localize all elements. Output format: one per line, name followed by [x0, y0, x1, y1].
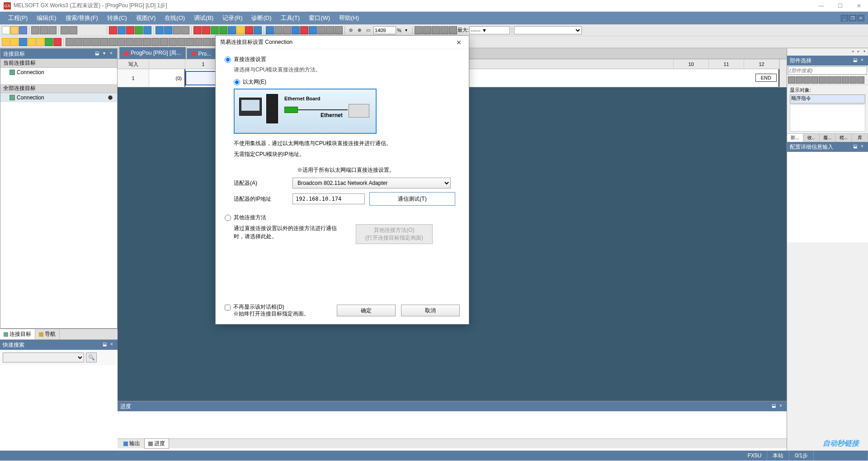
tab-connection[interactable]: 连接目标 — [0, 329, 35, 339]
tool-icon[interactable] — [292, 26, 300, 34]
quick-search-combo[interactable] — [3, 353, 84, 362]
paste-icon[interactable] — [48, 26, 57, 34]
tool-icon[interactable] — [266, 26, 274, 34]
menu-record[interactable]: 记录(R) — [218, 12, 247, 24]
tool-icon[interactable] — [126, 26, 134, 34]
menu-project[interactable]: 工程(P) — [4, 12, 32, 24]
tool-icon[interactable] — [173, 26, 181, 34]
ladder-tool-icon[interactable] — [36, 38, 44, 46]
tool-icon[interactable] — [335, 26, 343, 34]
new-icon[interactable] — [2, 26, 10, 34]
tool-icon[interactable] — [274, 26, 283, 34]
ladder-tool-icon[interactable] — [160, 38, 168, 46]
menu-search[interactable]: 搜索/替换(F) — [61, 12, 103, 24]
dialog-close-button[interactable]: ✕ — [453, 37, 464, 48]
parts-tool-icon[interactable] — [803, 76, 811, 84]
ok-button[interactable]: 确定 — [337, 305, 396, 316]
minimize-button[interactable]: — — [816, 3, 826, 9]
tool-icon[interactable] — [219, 26, 227, 34]
tool-icon[interactable] — [135, 26, 143, 34]
ladder-tool-icon[interactable] — [83, 38, 91, 46]
panel-pin-icon[interactable]: ⬓ — [101, 342, 108, 348]
parts-tool-icon[interactable] — [788, 76, 795, 84]
ladder-tool-icon[interactable] — [126, 38, 134, 46]
menu-help[interactable]: 帮助(H) — [335, 12, 363, 24]
maximize-button[interactable]: ☐ — [835, 3, 845, 9]
tool-icon[interactable] — [236, 26, 245, 34]
tool-icon[interactable] — [254, 26, 262, 34]
tool-icon[interactable] — [300, 26, 308, 34]
tab-progress[interactable]: 进度 — [144, 438, 169, 449]
menu-window[interactable]: 窗口(W) — [304, 12, 335, 24]
parts-tab-3[interactable]: 模... — [835, 134, 852, 142]
cut-icon[interactable] — [31, 26, 39, 34]
panel-pin-icon[interactable]: ⬓ — [852, 57, 858, 64]
quick-search-button[interactable]: 🔍 — [86, 353, 97, 362]
other-radio-input[interactable] — [225, 215, 231, 221]
parts-tool-icon[interactable] — [826, 76, 834, 84]
dont-show-checkbox[interactable] — [225, 305, 231, 310]
tool-icon[interactable] — [283, 26, 291, 34]
parts-tool-icon[interactable] — [834, 76, 841, 84]
tool-icon[interactable] — [202, 26, 210, 34]
parts-tool-icon[interactable] — [849, 76, 857, 84]
menu-tools[interactable]: 工具(T) — [276, 12, 305, 24]
menu-online[interactable]: 在线(O) — [160, 12, 189, 24]
ladder-tool-icon[interactable] — [117, 38, 125, 46]
tool-icon[interactable] — [245, 26, 253, 34]
toolbar-combo[interactable] — [514, 26, 582, 34]
tab-output[interactable]: 输出 — [119, 438, 144, 449]
undo-icon[interactable] — [61, 26, 69, 34]
direct-radio-input[interactable] — [225, 56, 231, 63]
mdi-restore-button[interactable]: ❐ — [849, 15, 856, 21]
panel-pin-icon[interactable]: ⬓ — [852, 144, 858, 150]
panel-close-icon[interactable]: × — [859, 57, 865, 64]
panel-close-icon[interactable]: × — [108, 51, 114, 57]
nav-prev-icon[interactable]: ◂ — [850, 49, 855, 55]
ethernet-radio[interactable]: 以太网(E) — [234, 78, 460, 86]
doc-tab-progpou[interactable]: ProgPou [PRG] [局... — [119, 47, 186, 59]
menu-convert[interactable]: 转换(C) — [103, 12, 132, 24]
ladder-tool-icon[interactable] — [74, 38, 82, 46]
parts-tool-icon[interactable] — [819, 76, 826, 84]
ladder-tool-icon[interactable] — [19, 38, 27, 46]
mdi-minimize-button[interactable]: _ — [841, 15, 848, 21]
panel-pin-icon[interactable]: ⬓ — [94, 51, 100, 57]
scrollbar[interactable] — [779, 59, 787, 87]
ladder-tool-icon[interactable] — [91, 38, 99, 46]
tool-icon[interactable] — [164, 26, 172, 34]
current-connection-item[interactable]: Connection — [0, 68, 117, 77]
parts-tab-2[interactable]: 履... — [820, 134, 836, 142]
other-method-radio[interactable]: 其他连接方法 — [225, 214, 460, 221]
tool-icon[interactable] — [326, 26, 334, 34]
ladder-tool-icon[interactable] — [108, 38, 117, 46]
tool-icon[interactable] — [211, 26, 219, 34]
menu-diagnose[interactable]: 诊断(D) — [247, 12, 276, 24]
menu-debug[interactable]: 调试(B) — [189, 12, 218, 24]
zoom-input[interactable] — [373, 26, 396, 34]
parts-search-input[interactable] — [788, 66, 867, 75]
mdi-close-button[interactable]: × — [857, 15, 864, 21]
tool-icon[interactable] — [143, 26, 151, 34]
zoom-out-icon[interactable]: ⊖ — [347, 26, 355, 34]
ip-input[interactable] — [292, 193, 365, 204]
ladder-tool-icon[interactable] — [53, 38, 61, 46]
parts-tab-1[interactable]: 收.. — [803, 134, 820, 142]
tool-icon[interactable] — [317, 26, 326, 34]
ladder-tool-icon[interactable] — [203, 38, 211, 46]
zoom-dropdown-icon[interactable]: ▾ — [402, 26, 410, 34]
zoom-in-icon[interactable]: ⊕ — [355, 26, 363, 34]
parts-list[interactable] — [790, 104, 865, 132]
ethernet-diagram[interactable]: Ethernet Board Ethernet — [234, 89, 377, 134]
open-icon[interactable] — [10, 26, 19, 34]
parts-tool-icon[interactable] — [857, 76, 864, 84]
menu-edit[interactable]: 编辑(E) — [32, 12, 61, 24]
cancel-button[interactable]: 取消 — [401, 305, 460, 316]
direct-connection-radio[interactable]: 直接连接设置 — [225, 56, 460, 63]
tool-icon[interactable] — [440, 26, 448, 34]
panel-close-icon[interactable]: × — [108, 342, 115, 348]
parts-tool-icon[interactable] — [796, 76, 803, 84]
panel-pin-icon[interactable]: ⬓ — [770, 403, 777, 409]
panel-dropdown-icon[interactable]: ▾ — [101, 51, 107, 57]
copy-icon[interactable] — [40, 26, 48, 34]
